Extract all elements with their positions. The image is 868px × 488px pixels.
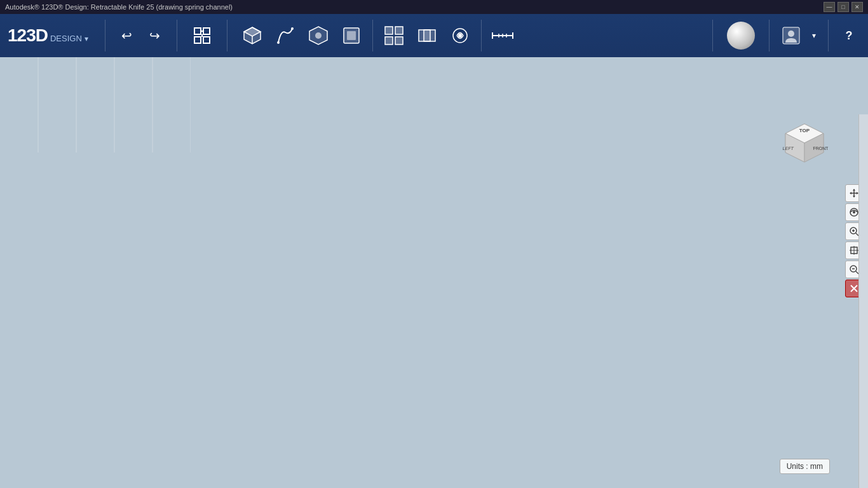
svg-point-10 (291, 27, 294, 30)
help-button[interactable]: ? (837, 22, 860, 50)
construct-button[interactable] (302, 20, 334, 51)
window-title: Autodesk® 123D® Design: Retractable Knif… (5, 3, 824, 11)
modify-icon (341, 25, 362, 46)
window-controls[interactable]: — □ ✕ (824, 2, 863, 12)
fit-all-icon (192, 25, 212, 46)
svg-rect-16 (395, 27, 403, 34)
svg-text:FRONT: FRONT (813, 146, 829, 151)
toolbar-separator-2 (177, 20, 177, 51)
primitives-icon (241, 25, 263, 46)
svg-rect-3 (203, 37, 210, 43)
svg-point-9 (277, 41, 280, 44)
pattern-button[interactable] (378, 20, 410, 51)
maximize-button[interactable]: □ (837, 2, 849, 12)
svg-marker-105 (853, 196, 855, 198)
fit-all-button[interactable] (186, 20, 218, 51)
svg-point-109 (853, 211, 855, 214)
user-dropdown-button[interactable]: ▾ (809, 22, 819, 50)
logo-dropdown-arrow[interactable]: ▾ (85, 34, 88, 43)
svg-point-12 (315, 32, 322, 39)
svg-marker-104 (853, 189, 855, 191)
zoom-out-icon (849, 264, 859, 274)
svg-rect-15 (385, 27, 393, 34)
title-bar: Autodesk® 123D® Design: Retractable Knif… (0, 0, 868, 14)
measure-icon (490, 25, 515, 46)
orbit-icon (849, 207, 859, 217)
logo-brand: 123D (8, 25, 48, 46)
units-badge[interactable]: Units : mm (780, 459, 830, 474)
svg-rect-17 (385, 37, 393, 44)
tool-groups (236, 20, 703, 51)
svg-rect-18 (395, 37, 403, 44)
main-toolbar: 123D DESIGN ▾ ↩ ↪ (0, 14, 868, 57)
modify-button[interactable] (336, 20, 367, 51)
group-button[interactable] (411, 20, 443, 51)
user-account-button[interactable] (778, 22, 804, 50)
svg-rect-0 (194, 28, 201, 34)
fit-view-icon (849, 245, 859, 255)
svg-text:TOP: TOP (799, 128, 810, 133)
snap-button[interactable] (444, 20, 476, 51)
pan-icon (849, 188, 859, 198)
app-logo[interactable]: 123D DESIGN ▾ (8, 25, 88, 46)
3d-viewport[interactable]: -1 1.5 0.0 0.0 TOP LEFT FRONT (0, 57, 868, 488)
construct-icon (308, 25, 329, 46)
toolbar-separator-8 (828, 20, 829, 51)
svg-point-30 (788, 30, 794, 37)
group-icon (416, 25, 438, 46)
svg-rect-14 (347, 31, 356, 40)
close-panel-icon (850, 284, 858, 293)
toolbar-separator-5 (481, 20, 482, 51)
toolbar-right: ▾ ? (765, 20, 860, 51)
undo-icon: ↩ (121, 29, 132, 42)
navigation-cube[interactable]: TOP LEFT FRONT (779, 121, 830, 172)
svg-text:LEFT: LEFT (782, 146, 794, 151)
primitives-button[interactable] (236, 20, 268, 51)
svg-marker-106 (850, 192, 851, 194)
primitive-tools (236, 20, 367, 51)
svg-rect-20 (424, 30, 435, 41)
redo-button[interactable]: ↪ (142, 22, 168, 50)
redo-icon: ↪ (149, 29, 160, 42)
close-button[interactable]: ✕ (851, 2, 863, 12)
toolbar-separator-7 (769, 20, 770, 51)
sketch-button[interactable] (269, 20, 301, 51)
toolbar-separator-1 (105, 20, 105, 51)
zoom-in-icon (849, 226, 859, 236)
viewport-scrollbar[interactable] (858, 114, 868, 488)
svg-point-22 (458, 34, 462, 37)
viewport-grid: -1 1.5 0.0 0.0 (0, 57, 191, 152)
toolbar-separator-4 (372, 20, 373, 51)
sketch-icon (275, 25, 296, 46)
toolbar-separator-3 (227, 20, 227, 51)
svg-rect-1 (203, 28, 210, 34)
material-preview-button[interactable] (727, 22, 755, 50)
pattern-icon (383, 25, 405, 46)
nav-cube-icon: TOP LEFT FRONT (779, 121, 830, 172)
snap-icon (449, 25, 471, 46)
undo-redo-group: ↩ ↪ (114, 22, 168, 50)
undo-button[interactable]: ↩ (114, 22, 140, 50)
user-account-icon (782, 26, 801, 45)
minimize-button[interactable]: — (824, 2, 835, 12)
logo-app: DESIGN (50, 34, 82, 43)
toolbar-separator-6 (712, 20, 713, 51)
svg-rect-2 (194, 37, 201, 43)
measure-button[interactable] (487, 20, 519, 51)
